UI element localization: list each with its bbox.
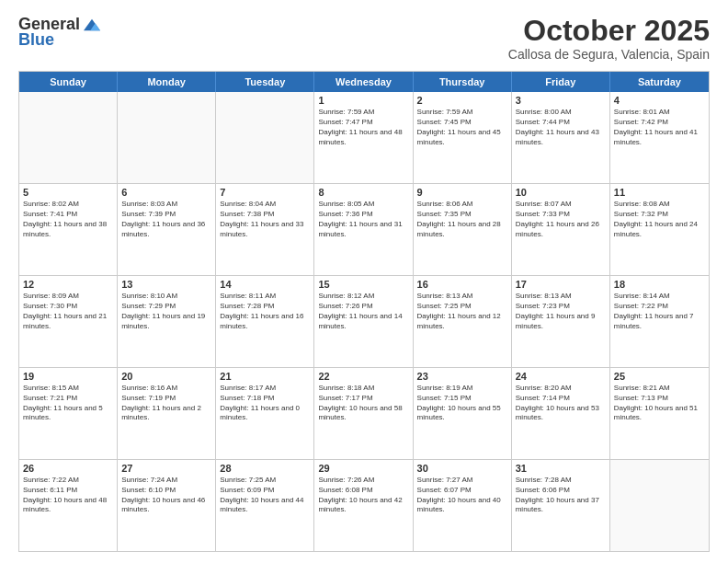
calendar-cell: 9Sunrise: 8:06 AM Sunset: 7:35 PM Daylig… [414,184,512,275]
header-friday: Friday [512,72,610,92]
calendar-cell: 28Sunrise: 7:25 AM Sunset: 6:09 PM Dayli… [216,460,314,551]
day-number: 23 [417,371,507,382]
header-saturday: Saturday [610,72,709,92]
calendar: Sunday Monday Tuesday Wednesday Thursday… [18,71,710,552]
cell-text: Sunrise: 7:28 AM Sunset: 6:06 PM Dayligh… [516,476,606,515]
day-number: 21 [220,371,310,382]
day-number: 9 [417,187,507,198]
calendar-cell: 8Sunrise: 8:05 AM Sunset: 7:36 PM Daylig… [314,184,413,275]
day-number: 18 [614,279,705,290]
day-number: 3 [516,95,606,106]
cell-text: Sunrise: 7:26 AM Sunset: 6:08 PM Dayligh… [318,476,408,515]
cell-text: Sunrise: 7:27 AM Sunset: 6:07 PM Dayligh… [417,476,507,515]
day-number: 14 [220,279,310,290]
day-number: 4 [614,95,705,106]
calendar-cell: 31Sunrise: 7:28 AM Sunset: 6:06 PM Dayli… [512,460,610,551]
calendar-cell: 6Sunrise: 8:03 AM Sunset: 7:39 PM Daylig… [118,184,216,275]
calendar-cell: 26Sunrise: 7:22 AM Sunset: 6:11 PM Dayli… [19,460,118,551]
month-title: October 2025 [508,15,710,47]
calendar-cell: 19Sunrise: 8:15 AM Sunset: 7:21 PM Dayli… [19,368,118,459]
day-number: 10 [516,187,606,198]
cell-text: Sunrise: 7:59 AM Sunset: 7:47 PM Dayligh… [318,108,408,147]
cell-text: Sunrise: 8:20 AM Sunset: 7:14 PM Dayligh… [516,384,606,423]
cell-text: Sunrise: 8:21 AM Sunset: 7:13 PM Dayligh… [614,384,705,423]
calendar-row-2: 12Sunrise: 8:09 AM Sunset: 7:30 PM Dayli… [19,275,709,367]
calendar-cell: 1Sunrise: 7:59 AM Sunset: 7:47 PM Daylig… [314,92,413,183]
day-number: 1 [318,95,408,106]
cell-text: Sunrise: 8:11 AM Sunset: 7:28 PM Dayligh… [220,292,310,331]
day-number: 13 [121,279,211,290]
calendar-cell: 25Sunrise: 8:21 AM Sunset: 7:13 PM Dayli… [610,368,709,459]
cell-text: Sunrise: 8:00 AM Sunset: 7:44 PM Dayligh… [516,108,606,147]
calendar-cell [19,92,118,183]
cell-text: Sunrise: 8:03 AM Sunset: 7:39 PM Dayligh… [121,200,211,239]
day-number: 5 [23,187,113,198]
calendar-cell [610,460,709,551]
cell-text: Sunrise: 8:01 AM Sunset: 7:42 PM Dayligh… [614,108,705,147]
calendar-cell: 3Sunrise: 8:00 AM Sunset: 7:44 PM Daylig… [512,92,610,183]
cell-text: Sunrise: 8:13 AM Sunset: 7:25 PM Dayligh… [417,292,507,331]
cell-text: Sunrise: 8:12 AM Sunset: 7:26 PM Dayligh… [318,292,408,331]
calendar-cell: 14Sunrise: 8:11 AM Sunset: 7:28 PM Dayli… [216,276,314,367]
day-number: 29 [318,463,408,474]
calendar-row-1: 5Sunrise: 8:02 AM Sunset: 7:41 PM Daylig… [19,183,709,275]
day-number: 22 [318,371,408,382]
calendar-cell: 10Sunrise: 8:07 AM Sunset: 7:33 PM Dayli… [512,184,610,275]
calendar-header: Sunday Monday Tuesday Wednesday Thursday… [19,72,709,92]
cell-text: Sunrise: 7:25 AM Sunset: 6:09 PM Dayligh… [220,476,310,515]
calendar-cell: 21Sunrise: 8:17 AM Sunset: 7:18 PM Dayli… [216,368,314,459]
calendar-cell: 2Sunrise: 7:59 AM Sunset: 7:45 PM Daylig… [414,92,512,183]
cell-text: Sunrise: 8:06 AM Sunset: 7:35 PM Dayligh… [417,200,507,239]
cell-text: Sunrise: 8:15 AM Sunset: 7:21 PM Dayligh… [23,384,113,423]
day-number: 25 [614,371,705,382]
calendar-row-0: 1Sunrise: 7:59 AM Sunset: 7:47 PM Daylig… [19,92,709,183]
day-number: 16 [417,279,507,290]
calendar-row-4: 26Sunrise: 7:22 AM Sunset: 6:11 PM Dayli… [19,459,709,551]
cell-text: Sunrise: 8:13 AM Sunset: 7:23 PM Dayligh… [516,292,606,331]
calendar-cell: 5Sunrise: 8:02 AM Sunset: 7:41 PM Daylig… [19,184,118,275]
day-number: 7 [220,187,310,198]
day-number: 12 [23,279,113,290]
header-monday: Monday [118,72,216,92]
day-number: 27 [121,463,211,474]
cell-text: Sunrise: 8:09 AM Sunset: 7:30 PM Dayligh… [23,292,113,331]
calendar-cell: 11Sunrise: 8:08 AM Sunset: 7:32 PM Dayli… [610,184,709,275]
header: General Blue October 2025 Callosa de Seg… [18,15,710,62]
calendar-row-3: 19Sunrise: 8:15 AM Sunset: 7:21 PM Dayli… [19,367,709,459]
cell-text: Sunrise: 8:16 AM Sunset: 7:19 PM Dayligh… [121,384,211,423]
day-number: 31 [516,463,606,474]
day-number: 2 [417,95,507,106]
calendar-body: 1Sunrise: 7:59 AM Sunset: 7:47 PM Daylig… [19,92,709,551]
header-wednesday: Wednesday [314,72,413,92]
day-number: 15 [318,279,408,290]
cell-text: Sunrise: 7:24 AM Sunset: 6:10 PM Dayligh… [121,476,211,515]
header-thursday: Thursday [414,72,512,92]
calendar-cell [118,92,216,183]
calendar-cell [216,92,314,183]
cell-text: Sunrise: 8:14 AM Sunset: 7:22 PM Dayligh… [614,292,705,331]
calendar-cell: 16Sunrise: 8:13 AM Sunset: 7:25 PM Dayli… [414,276,512,367]
day-number: 24 [516,371,606,382]
cell-text: Sunrise: 8:02 AM Sunset: 7:41 PM Dayligh… [23,200,113,239]
location-title: Callosa de Segura, Valencia, Spain [508,47,710,62]
cell-text: Sunrise: 8:10 AM Sunset: 7:29 PM Dayligh… [121,292,211,331]
day-number: 19 [23,371,113,382]
cell-text: Sunrise: 8:05 AM Sunset: 7:36 PM Dayligh… [318,200,408,239]
calendar-cell: 18Sunrise: 8:14 AM Sunset: 7:22 PM Dayli… [610,276,709,367]
calendar-cell: 22Sunrise: 8:18 AM Sunset: 7:17 PM Dayli… [314,368,413,459]
calendar-cell: 23Sunrise: 8:19 AM Sunset: 7:15 PM Dayli… [414,368,512,459]
page: General Blue October 2025 Callosa de Seg… [0,0,728,563]
day-number: 6 [121,187,211,198]
cell-text: Sunrise: 8:18 AM Sunset: 7:17 PM Dayligh… [318,384,408,423]
calendar-cell: 15Sunrise: 8:12 AM Sunset: 7:26 PM Dayli… [314,276,413,367]
day-number: 11 [614,187,705,198]
calendar-cell: 29Sunrise: 7:26 AM Sunset: 6:08 PM Dayli… [314,460,413,551]
day-number: 8 [318,187,408,198]
cell-text: Sunrise: 8:07 AM Sunset: 7:33 PM Dayligh… [516,200,606,239]
calendar-cell: 17Sunrise: 8:13 AM Sunset: 7:23 PM Dayli… [512,276,610,367]
cell-text: Sunrise: 8:19 AM Sunset: 7:15 PM Dayligh… [417,384,507,423]
logo-icon [84,18,100,31]
calendar-cell: 4Sunrise: 8:01 AM Sunset: 7:42 PM Daylig… [610,92,709,183]
cell-text: Sunrise: 7:22 AM Sunset: 6:11 PM Dayligh… [23,476,113,515]
calendar-cell: 7Sunrise: 8:04 AM Sunset: 7:38 PM Daylig… [216,184,314,275]
